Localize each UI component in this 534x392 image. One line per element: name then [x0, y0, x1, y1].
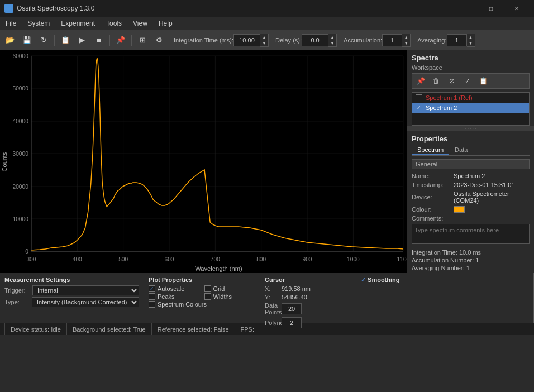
prop-device-row: Device: Ossila Spectrometer (COM24): [412, 190, 530, 204]
svg-text:600: 600: [165, 256, 174, 262]
measurement-title: Measurement Settings: [4, 276, 139, 283]
stop-button[interactable]: ■: [91, 32, 107, 48]
integration-time-input[interactable]: [233, 34, 260, 46]
menu-tools[interactable]: Tools: [101, 17, 127, 30]
open-button[interactable]: 📂: [2, 32, 18, 48]
cursor-title: Cursor: [265, 276, 351, 283]
general-label: General: [412, 159, 530, 169]
polynomial-row: Polynomial:: [265, 317, 351, 328]
spectrum-item-1[interactable]: Spectrum 1 (Ref): [412, 93, 529, 103]
averaging-down[interactable]: ▼: [467, 40, 475, 46]
integration-time-up[interactable]: ▲: [260, 34, 268, 40]
maximize-button[interactable]: □: [478, 0, 504, 17]
delay-up[interactable]: ▲: [328, 34, 336, 40]
refresh-button[interactable]: ↻: [36, 32, 51, 48]
play-button[interactable]: ▶: [74, 32, 90, 48]
comments-textarea[interactable]: [412, 224, 530, 244]
spectrum-colours-row: Spectrum Colours: [149, 301, 255, 308]
averaging-up[interactable]: ▲: [467, 34, 475, 40]
menu-view[interactable]: View: [127, 17, 153, 30]
autoscale-check[interactable]: ✓: [149, 285, 155, 292]
svg-text:0: 0: [25, 248, 28, 255]
svg-text:500: 500: [118, 256, 128, 262]
widths-check[interactable]: [204, 293, 211, 300]
spectrum-name-1: Spectrum 1 (Ref): [426, 94, 473, 101]
settings-button[interactable]: ⚙: [151, 32, 167, 48]
svg-text:20000: 20000: [13, 184, 29, 190]
delay-input[interactable]: [302, 34, 328, 46]
stats-section: Integration Time: 10.0 ms Accumulation N…: [412, 249, 530, 273]
panel-divider[interactable]: · · · · ·: [407, 126, 534, 131]
widths-label: Widths: [213, 293, 232, 300]
prop-name-label: Name:: [412, 173, 454, 179]
menu-file[interactable]: File: [0, 17, 22, 30]
datapoints-row: Data Points:: [265, 302, 351, 315]
type-select[interactable]: Intensity (Background Corrected): [32, 297, 139, 307]
menu-help[interactable]: Help: [153, 17, 178, 30]
datapoints-input[interactable]: [282, 303, 302, 314]
spectra-copy-btn[interactable]: 📋: [476, 75, 490, 87]
prop-name-row: Name: Spectrum 2: [412, 173, 530, 179]
trigger-label: Trigger:: [4, 287, 32, 294]
spectrum-check-1[interactable]: [416, 94, 422, 101]
status-reference: Reference selected: False: [152, 323, 235, 335]
widths-row: Widths: [204, 293, 256, 300]
averaging-group: Averaging: ▲ ▼: [414, 34, 475, 47]
spectra-check-btn[interactable]: ✓: [460, 75, 475, 87]
accumulation-down[interactable]: ▼: [402, 40, 410, 46]
prop-colour-label: Colour:: [412, 206, 454, 213]
close-button[interactable]: ✕: [504, 0, 530, 17]
tab-data[interactable]: Data: [449, 145, 473, 155]
accumulation-input[interactable]: [382, 34, 402, 46]
integration-time-down[interactable]: ▼: [260, 40, 268, 46]
grid-button[interactable]: ⊞: [135, 32, 150, 48]
copy-button[interactable]: 📋: [58, 32, 73, 48]
right-panel: Spectra Workspace 📌 🗑 ⊘ ✓ 📋 Spectrum 1 (…: [407, 50, 534, 273]
grid-label: Grid: [213, 285, 225, 292]
svg-text:30000: 30000: [13, 151, 29, 157]
grid-row: Grid: [204, 285, 256, 292]
properties-section: Properties Spectrum Data General Name: S…: [407, 131, 534, 273]
spectrum-check-2[interactable]: ✓: [416, 104, 422, 111]
prop-colour-row: Colour:: [412, 206, 530, 213]
spectrum-chart: 0 10000 20000 30000 40000 50000 60000 30…: [0, 50, 407, 273]
app-icon: [4, 4, 13, 13]
peaks-check[interactable]: [149, 293, 155, 300]
panel-cursor: Cursor X: 919.58 nm Y: 54856.40 Data Poi…: [260, 273, 356, 323]
spectrum-item-2[interactable]: ✓ Spectrum 2: [412, 103, 529, 113]
save-button[interactable]: 💾: [19, 32, 35, 48]
svg-text:60000: 60000: [13, 53, 29, 59]
accumulation-up[interactable]: ▲: [402, 34, 410, 40]
delay-down[interactable]: ▼: [328, 40, 336, 46]
status-background: Background selected: True: [67, 323, 152, 335]
trigger-select[interactable]: Internal: [32, 285, 139, 295]
spectra-disable-btn[interactable]: ⊘: [445, 75, 459, 87]
toolbar-sep-3: [131, 35, 132, 46]
menu-system[interactable]: System: [22, 17, 55, 30]
integration-time-label: Integration Time (ms):: [174, 37, 233, 44]
spectrum-colours-check[interactable]: [149, 301, 155, 308]
peaks-label: Peaks: [158, 293, 175, 300]
spectra-pin-btn[interactable]: 📌: [413, 75, 428, 87]
spectra-title: Spectra: [412, 54, 530, 62]
app-title: Ossila Spectroscopy 1.3.0: [17, 4, 452, 12]
tab-spectrum[interactable]: Spectrum: [412, 145, 449, 155]
panel-measurement: Measurement Settings Trigger: Internal T…: [0, 273, 144, 323]
pin-button[interactable]: 📌: [113, 32, 128, 48]
cursor-x-row: X: 919.58 nm: [265, 285, 351, 292]
grid-check[interactable]: [204, 285, 211, 292]
averaging-input[interactable]: [447, 34, 467, 46]
integration-time-arrows: ▲ ▼: [260, 34, 269, 47]
prop-timestamp-value: 2023-Dec-01 15:31:01: [454, 181, 514, 188]
polynomial-input[interactable]: [282, 317, 302, 328]
minimize-button[interactable]: —: [452, 0, 478, 17]
colour-swatch[interactable]: [454, 206, 465, 213]
averaging-arrows: ▲ ▼: [467, 34, 475, 47]
stat-accumulation: Accumulation Number: 1: [412, 257, 530, 264]
cursor-x-value: 919.58 nm: [282, 285, 311, 292]
spectra-delete-btn[interactable]: 🗑: [429, 75, 444, 87]
menu-experiment[interactable]: Experiment: [55, 17, 101, 30]
cursor-y-value: 54856.40: [282, 294, 307, 300]
panel-smoothing: ✓ Smoothing: [356, 273, 534, 323]
polynomial-label: Polynomial:: [265, 319, 282, 326]
